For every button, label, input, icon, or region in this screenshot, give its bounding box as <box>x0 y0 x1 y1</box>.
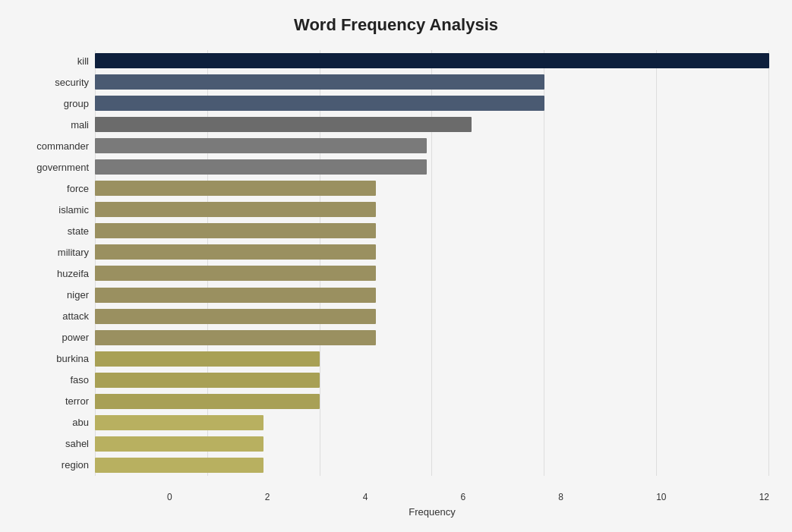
y-label: attack <box>62 311 89 321</box>
bar-row <box>95 116 769 133</box>
bar <box>95 53 769 68</box>
bar <box>95 330 376 345</box>
y-label: abu <box>72 417 89 427</box>
bar-row <box>95 308 769 325</box>
y-label: kill <box>77 56 89 66</box>
y-label: security <box>55 77 89 87</box>
y-label: sahel <box>65 439 89 449</box>
y-label: terror <box>65 396 89 406</box>
bar <box>95 181 376 196</box>
bar <box>95 351 320 367</box>
x-tick: 8 <box>558 492 563 502</box>
chart-area: killsecuritygroupmalicommandergovernment… <box>23 50 769 476</box>
y-label: force <box>67 184 89 194</box>
bar <box>95 223 376 238</box>
y-label: state <box>68 226 89 236</box>
y-label: islamic <box>58 205 89 215</box>
bar-row <box>95 436 769 452</box>
bar <box>95 138 427 153</box>
bar-row <box>95 393 769 410</box>
x-tick: 4 <box>363 492 368 502</box>
chart-container: Word Frequency Analysis killsecuritygrou… <box>0 0 792 532</box>
x-axis-label: Frequency <box>95 506 769 518</box>
bar-row <box>95 372 769 389</box>
x-tick: 2 <box>265 492 270 502</box>
y-labels: killsecuritygroupmalicommandergovernment… <box>23 50 95 476</box>
y-label: military <box>58 247 89 257</box>
bar <box>95 373 320 388</box>
bar-row <box>95 201 769 218</box>
y-label: power <box>62 332 89 342</box>
y-label: mali <box>71 120 89 130</box>
bar <box>95 436 263 452</box>
bar-row <box>95 74 769 90</box>
bar-row <box>95 95 769 112</box>
bar <box>95 394 320 409</box>
x-axis: 024681012 <box>167 492 769 502</box>
bar-row <box>95 457 769 474</box>
x-tick: 12 <box>759 492 769 502</box>
bar-row <box>95 52 769 69</box>
bar <box>95 159 427 175</box>
bar-row <box>95 287 769 304</box>
bar <box>95 244 376 260</box>
y-label: huzeifa <box>57 269 89 279</box>
x-tick: 10 <box>656 492 666 502</box>
y-label: faso <box>70 375 89 385</box>
bar-row <box>95 159 769 175</box>
bar-row <box>95 137 769 154</box>
bar <box>95 458 263 473</box>
y-label: commander <box>36 141 89 151</box>
bar-row <box>95 222 769 239</box>
bar <box>95 202 376 217</box>
x-tick: 6 <box>460 492 465 502</box>
bar <box>95 74 544 90</box>
y-label: group <box>64 99 89 109</box>
chart-title: Word Frequency Analysis <box>23 15 769 35</box>
y-label: burkina <box>56 354 89 364</box>
bar-row <box>95 244 769 260</box>
y-label: region <box>62 460 89 470</box>
bar-row <box>95 329 769 346</box>
bar <box>95 415 263 430</box>
y-label: niger <box>67 290 89 300</box>
y-label: government <box>36 162 89 172</box>
bar-row <box>95 265 769 282</box>
bar-row <box>95 351 769 367</box>
bar <box>95 117 472 132</box>
bar <box>95 96 544 111</box>
x-tick: 0 <box>167 492 172 502</box>
bar <box>95 288 376 303</box>
bar-row <box>95 180 769 197</box>
bars-and-grid: 024681012 Frequency <box>95 50 769 476</box>
bar <box>95 266 376 281</box>
bar-row <box>95 414 769 431</box>
bar <box>95 309 376 324</box>
